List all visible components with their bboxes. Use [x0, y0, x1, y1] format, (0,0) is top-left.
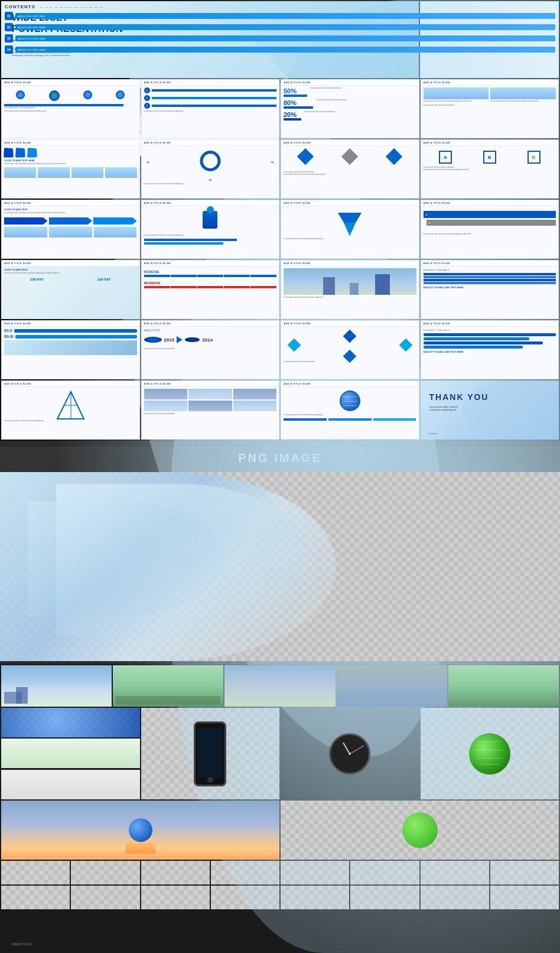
- slide-body: Lorem ipsum dolor sit amet consectetur a…: [281, 206, 419, 256]
- slide-pie-oval[interactable]: ADD A TITLE SLIDE ANALYTICS 2015 2014 Lo…: [141, 320, 280, 379]
- slide-numbered-list[interactable]: ADD A TITLE SLIDE 1 2 3 Lorem ipsum dolo…: [141, 79, 280, 138]
- cont-item-1: 01 ADD A TITLE TEXT HERE: [5, 12, 555, 20]
- slide-header: ADD A TITLE SLIDE: [281, 381, 419, 387]
- asset-city-1: [1, 665, 112, 707]
- slide-body: Lorem ipsum dolor sit amet consectetur: [142, 387, 279, 437]
- slides-container: WIDE 29SET POWER PRESENTATION Insert you…: [0, 0, 560, 441]
- png-section: PNG IMAGE: [0, 441, 560, 664]
- slide-person-figure[interactable]: ADD A TITLE SLIDE Lorem ipsum dolor sit …: [141, 200, 280, 259]
- slide-header: ADD A TITLE SLIDE: [142, 381, 279, 387]
- slide-body: CLICK TO ADD TEXT Lorem ipsum dolor sit …: [2, 206, 139, 256]
- slide-header: ADD A TITLE SLIDE: [2, 381, 139, 387]
- ty-subtitle: Lorem ipsum dolor sit ametconsectetur ad…: [429, 405, 458, 411]
- svg-marker-1: [344, 223, 356, 232]
- clock-center: [349, 753, 351, 754]
- svg-marker-0: [338, 213, 362, 223]
- asset-hand-globe: [1, 801, 279, 860]
- slide-data-table[interactable]: ADD A TITLE SLIDE Customer 1 Customer 2 …: [421, 260, 559, 319]
- slide-header: ADD A TITLE SLIDE: [421, 140, 559, 146]
- slide-body: Lorem ipsum dolor sit amet consectetur a…: [142, 206, 279, 256]
- slide-funnel[interactable]: ADD A TITLE SLIDE Lorem ipsum dolor sit …: [281, 200, 419, 259]
- slide-body: A B C Lorem ipsum dolor sit amet consect…: [421, 146, 559, 196]
- slide-header: ADD A TITLE SLIDE: [142, 200, 279, 206]
- contents-title: CONTENTS — — — — — — — — — — — — —: [5, 4, 103, 9]
- slide-header: ADD A TITLE SLIDE: [142, 80, 279, 86]
- slide-body: Customer 1 Customer 2 FACILITY TO ADD LI…: [421, 327, 559, 376]
- slide-header: ADD A TITLE SLIDE: [2, 140, 139, 146]
- asset-city-3: [337, 665, 447, 707]
- slide-header: ADD A TITLE SLIDE: [421, 321, 559, 327]
- slide-diamond-shapes[interactable]: ADD A TITLE SLIDE Lorem ipsum dolor sit …: [281, 139, 419, 199]
- slide-header: ADD A TITLE SLIDE: [281, 321, 419, 327]
- slide-wave-text[interactable]: ADD A TITLE SLIDE CLICK TO ADD TEXT Lore…: [1, 260, 140, 319]
- slide-text-columns[interactable]: ADD A TITLE SLIDE Lorem ipsum dolor sit …: [421, 79, 559, 138]
- cont-item-4: 04 ADD A TITLE TEXT HERE: [5, 45, 555, 54]
- slide-percentage-chart[interactable]: ADD A TITLE SLIDE 50% Lorem ipsum dolor …: [281, 79, 419, 138]
- slide-body: INCREASE DECREASE: [142, 266, 279, 316]
- slide-body: Lorem ipsum dolor sit amet consectetur a…: [421, 86, 559, 135]
- slide-body: Customer 1 Customer 2 FACILITY TO ADD LI…: [421, 266, 559, 316]
- slide-increase-decrease[interactable]: ADD A TITLE SLIDE INCREASE DECRE: [141, 260, 280, 319]
- slide-abc-boxes[interactable]: ADD A TITLE SLIDE A B C Lorem ipsum dolo…: [421, 139, 559, 199]
- asset-small-1: [1, 708, 140, 737]
- slide-city-building[interactable]: ADD A TITLE SLIDE Lorem ipsum dolor sit …: [281, 260, 419, 319]
- pyramid-svg: [54, 391, 87, 420]
- assets-row-cities: [1, 665, 559, 707]
- slide-city-grid[interactable]: ADD A TITLE SLIDE Lorem ipsum dolor sit …: [141, 380, 280, 440]
- slide-body: CLICK TO ADD TEXT HERE Lorem ipsum dolor…: [2, 146, 139, 196]
- assets-col-small: [1, 708, 140, 799]
- slide-3d-blocks[interactable]: ADD A TITLE SLIDE CLICK TO ADD TEXT HERE…: [1, 139, 140, 199]
- slide-timeline[interactable]: ADD A TITLE SLIDE CLICK TO ADD TEXT Lore…: [1, 200, 140, 259]
- slide-header: ADD A TITLE SLIDE: [421, 200, 559, 206]
- slide-header: ADD A TITLE SLIDE: [421, 80, 559, 86]
- contents-items: 01 ADD A TITLE TEXT HERE 02 ADD A TITLE …: [5, 12, 555, 57]
- slide-body: 01 02 03 Lorem ipsum dolor sit amet cons…: [142, 146, 279, 196]
- thank-you-text: THANK YOU: [429, 392, 489, 402]
- asset-city-2: [224, 665, 335, 707]
- slide-header: ADD A TITLE SLIDE: [281, 80, 419, 86]
- globe-green-body: [469, 733, 510, 775]
- phone-body: [194, 721, 226, 786]
- slide-diamond-cross[interactable]: ADD A TITLE SLIDE Lorem ipsum dolor sit …: [281, 320, 419, 379]
- slide-header: ADD A TITLE SLIDE: [2, 200, 139, 206]
- slide-header: ADD A TITLE SLIDE: [281, 261, 419, 266]
- slide-body: 1 2 3 Lorem ipsum dolor sit amet consect…: [142, 86, 279, 135]
- ty-footer: footer text: [429, 432, 437, 435]
- slide-body: Lorem ipsum dolor sit amet consectetur a…: [2, 387, 139, 437]
- slide-header: ADD A TITLE SLIDE: [421, 261, 559, 266]
- svg-marker-2: [348, 232, 351, 236]
- asset-small-3: [1, 770, 140, 799]
- slide-header: ADD A TITLE SLIDE: [142, 140, 279, 146]
- slide-body: CLICK TO ADD TEXT Lorem ipsum dolor sit …: [2, 266, 139, 316]
- asset-green-globe-2: [281, 801, 559, 860]
- slide-header: ADD A TITLE SLIDE: [2, 80, 139, 86]
- slide-body: A B Lorem ipsum dolor sit amet consectet…: [421, 206, 559, 256]
- slide-thank-you[interactable]: THANK YOU Lorem ipsum dolor sit ametcons…: [421, 380, 559, 440]
- phone-button: [207, 777, 213, 783]
- slide-bar-chart[interactable]: ADD A TITLE SLIDE 00.0 00.0t: [1, 320, 140, 379]
- png-wave-preview: [0, 472, 560, 661]
- slide-horiz-bars[interactable]: ADD A TITLE SLIDE Customer 1 Customer 2 …: [421, 320, 559, 379]
- row-1: WIDE 29SET POWER PRESENTATION Insert you…: [1, 1, 559, 78]
- phone-screen: [198, 728, 222, 778]
- slide-circular-diagram[interactable]: ADD A TITLE SLIDE 01 02 03 Lorem ipsum d…: [141, 139, 280, 199]
- clock-minute-hand: [350, 745, 364, 754]
- slide-body: 50% Lorem ipsum dolor sit amet consectet…: [281, 86, 419, 135]
- slide-triangle-pyramid[interactable]: ADD A TITLE SLIDE Lorem ipsum dolor sit …: [1, 380, 140, 440]
- slide-body: Lorem ipsum dolor sit amet consectetur L…: [2, 86, 139, 135]
- slide-body: 00.0 00.0t: [2, 327, 139, 376]
- slide-body: Lorem ipsum dolor sit amet consectetur a…: [281, 387, 419, 437]
- slide-header: ADD A TITLE SLIDE: [142, 321, 279, 327]
- cont-item-2: 02 ADD A TITLE TEXT HERE: [5, 23, 555, 31]
- funnel-svg: [335, 210, 364, 236]
- asset-nature-1: [113, 665, 223, 707]
- cont-item-3: 03 ADD A TITLE TEXT HERE: [5, 34, 555, 43]
- slide-body: Lorem ipsum dolor sit amet consectetur L…: [281, 146, 419, 196]
- clock-hour-hand: [343, 742, 350, 754]
- slide-body: Lorem ipsum dolor sit amet consectetur: [281, 327, 419, 376]
- slide-infographic-circles[interactable]: ADD A TITLE SLIDE Lorem ipsum dolor sit …: [1, 79, 140, 138]
- slide-globe-network[interactable]: ADD A TITLE SLIDE Lorem ipsum dolor sit …: [281, 380, 419, 440]
- slide-body: ANALYTICS 2015 2014 Lorem ipsum dolor si…: [142, 327, 279, 376]
- slide-body: Lorem ipsum dolor sit amet consectetur a…: [281, 266, 419, 316]
- slide-ribbon[interactable]: ADD A TITLE SLIDE A B Lorem ipsum dolor …: [421, 200, 559, 259]
